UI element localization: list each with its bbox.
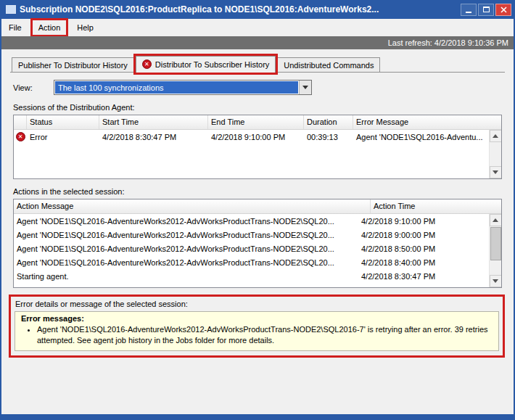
session-duration: 00:39:13 [304,133,353,141]
error-details-label: Error details or message of the selected… [15,300,499,308]
scroll-down-button[interactable] [490,166,502,178]
content-area: Publisher To Distributor History Distrib… [1,49,514,414]
synchronizations-combobox[interactable]: The last 100 synchronizations [54,80,312,95]
column-header-action-message[interactable]: Action Message [14,199,371,213]
close-icon [500,7,507,13]
scrollbar-thumb[interactable] [490,227,501,260]
arrow-up-icon [493,218,498,222]
action-message: Agent 'NODE1\SQL2016-AdventureWorks2012-… [14,217,358,226]
action-row[interactable]: Agent 'NODE1\SQL2016-AdventureWorks2012-… [14,228,489,242]
action-row[interactable]: Agent 'NODE1\SQL2016-AdventureWorks2012-… [14,255,489,269]
error-status-icon [142,59,152,69]
error-messages-box: Error messages: Agent 'NODE1\SQL2016-Adv… [15,311,499,351]
tab-label: Publisher To Distributor History [18,61,128,70]
maximize-button[interactable] [478,4,494,16]
close-button[interactable] [495,4,511,16]
action-time: 4/2/2018 9:00:00 PM [358,231,489,239]
tab-panel: View: The last 100 synchronizations Sess… [10,73,505,358]
actions-table-body: Agent 'NODE1\SQL2016-AdventureWorks2012-… [14,214,489,287]
column-header-duration[interactable]: Duration [304,115,353,129]
actions-table: Action Message Action Time Agent 'NODE1\… [13,199,502,288]
column-header-action-time[interactable]: Action Time [371,199,501,213]
error-message-list: Agent 'NODE1\SQL2016-AdventureWorks2012-… [37,324,493,346]
session-row[interactable]: Error 4/2/2018 8:30:47 PM 4/2/2018 9:10:… [14,130,489,144]
scroll-up-button[interactable] [490,130,502,142]
combobox-selected-value: The last 100 synchronizations [55,81,298,94]
scroll-up-button[interactable] [490,214,502,226]
session-end-time: 4/2/2018 9:10:00 PM [208,133,304,141]
arrow-down-icon [493,279,498,283]
sessions-table-body: Error 4/2/2018 8:30:47 PM 4/2/2018 9:10:… [14,130,489,178]
titlebar: Subscription NODE2\SQL2016:ProductReplic… [1,0,514,19]
actions-section-label: Actions in the selected session: [13,187,505,196]
action-message: Agent 'NODE1\SQL2016-AdventureWorks2012-… [14,244,358,253]
menu-item-file[interactable]: File [3,20,28,35]
menu-item-action[interactable]: Action [33,20,67,35]
session-start-time: 4/2/2018 8:30:47 PM [99,133,208,141]
tab-label: Undistributed Commands [284,61,374,70]
action-message: Agent 'NODE1\SQL2016-AdventureWorks2012-… [14,258,358,267]
actions-table-header: Action Message Action Time [14,199,501,214]
error-message-item: Agent 'NODE1\SQL2016-AdventureWorks2012-… [37,324,493,346]
action-time: 4/2/2018 8:50:00 PM [358,244,489,253]
sessions-scrollbar[interactable] [489,130,501,178]
view-label: View: [13,83,54,92]
session-error-message: Agent 'NODE1\SQL2016-Adventu... [353,133,489,141]
tab-distributor-to-subscriber-history[interactable]: Distributor To Subscriber History [136,56,276,73]
column-header-status-icon[interactable] [14,115,27,129]
sessions-table-header: Status Start Time End Time Duration Erro… [14,115,501,130]
replication-monitor-window: Subscription NODE2\SQL2016:ProductReplic… [0,0,515,420]
action-row[interactable]: Agent 'NODE1\SQL2016-AdventureWorks2012-… [14,214,489,228]
window-controls [459,4,511,16]
actions-scrollbar[interactable] [489,214,501,287]
error-status-icon [16,132,25,141]
action-message: Starting agent. [14,272,358,281]
error-messages-heading: Error messages: [21,314,493,323]
chevron-down-icon [302,86,308,89]
last-refresh-text: Last refresh: 4/2/2018 9:10:36 PM [388,38,508,47]
action-row[interactable]: Starting agent. 4/2/2018 8:30:47 PM [14,269,489,283]
action-row[interactable]: Agent 'NODE1\SQL2016-AdventureWorks2012-… [14,242,489,255]
sessions-section-label: Sessions of the Distribution Agent: [13,103,505,112]
column-header-start-time[interactable]: Start Time [99,115,208,129]
view-row: View: The last 100 synchronizations [10,80,505,95]
menu-bar: File Action Help [1,19,514,36]
error-details-annotation-box: Error details or message of the selected… [9,295,505,358]
session-status: Error [27,133,99,141]
action-message: Agent 'NODE1\SQL2016-AdventureWorks2012-… [14,231,358,239]
minimize-button[interactable] [461,4,477,16]
combobox-dropdown-button[interactable] [299,81,311,94]
menu-item-help[interactable]: Help [71,20,99,35]
tab-strip: Publisher To Distributor History Distrib… [10,56,505,73]
arrow-down-icon [493,170,498,174]
tab-publisher-to-distributor-history[interactable]: Publisher To Distributor History [12,57,134,72]
column-header-end-time[interactable]: End Time [208,115,304,129]
action-time: 4/2/2018 8:40:00 PM [358,258,489,267]
scroll-down-button[interactable] [490,275,502,287]
minimize-icon [466,12,471,13]
column-header-status[interactable]: Status [27,115,99,129]
tab-undistributed-commands[interactable]: Undistributed Commands [277,57,380,72]
window-title: Subscription NODE2\SQL2016:ProductReplic… [20,4,455,15]
last-refresh-bar: Last refresh: 4/2/2018 9:10:36 PM [1,36,514,49]
column-header-error-message[interactable]: Error Message [353,115,501,129]
action-time: 4/2/2018 8:30:47 PM [358,272,489,281]
arrow-up-icon [493,134,498,138]
sessions-table: Status Start Time End Time Duration Erro… [13,115,502,179]
app-icon [6,5,16,14]
tab-label: Distributor To Subscriber History [155,60,270,69]
maximize-icon [483,7,490,12]
action-time: 4/2/2018 9:10:00 PM [358,217,489,226]
